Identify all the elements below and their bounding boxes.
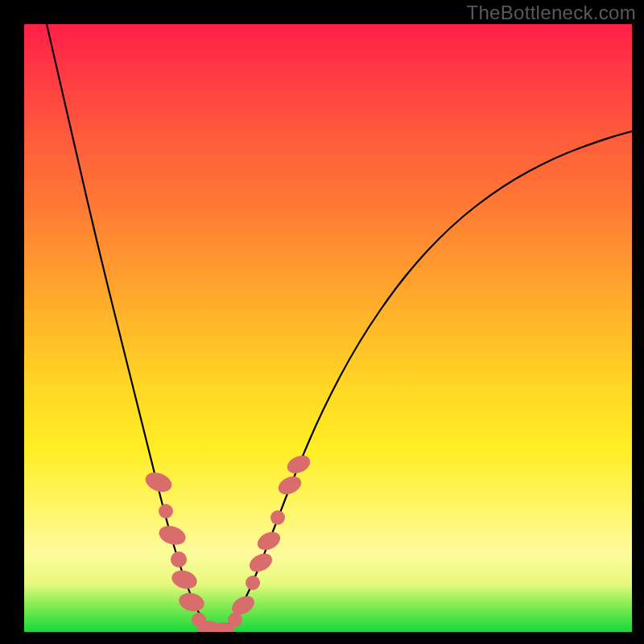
chart-frame: TheBottleneck.com xyxy=(0,0,644,644)
bead-icon xyxy=(254,528,283,553)
bead-icon xyxy=(228,613,242,627)
bead-icon xyxy=(246,576,260,590)
bottleneck-curve xyxy=(47,24,632,630)
bead-icon xyxy=(275,473,304,497)
bead-icon xyxy=(270,510,285,525)
bead-icon xyxy=(156,522,188,547)
watermark-label: TheBottleneck.com xyxy=(466,2,636,24)
bead-icon xyxy=(159,504,173,518)
bead-icon xyxy=(177,590,206,613)
chart-svg xyxy=(24,24,632,632)
bead-icon xyxy=(284,452,313,477)
bead-icon xyxy=(171,551,187,568)
bead-icon xyxy=(246,550,275,576)
bead-icon xyxy=(170,568,200,592)
plot-area xyxy=(24,24,632,632)
bead-cluster xyxy=(142,452,313,632)
